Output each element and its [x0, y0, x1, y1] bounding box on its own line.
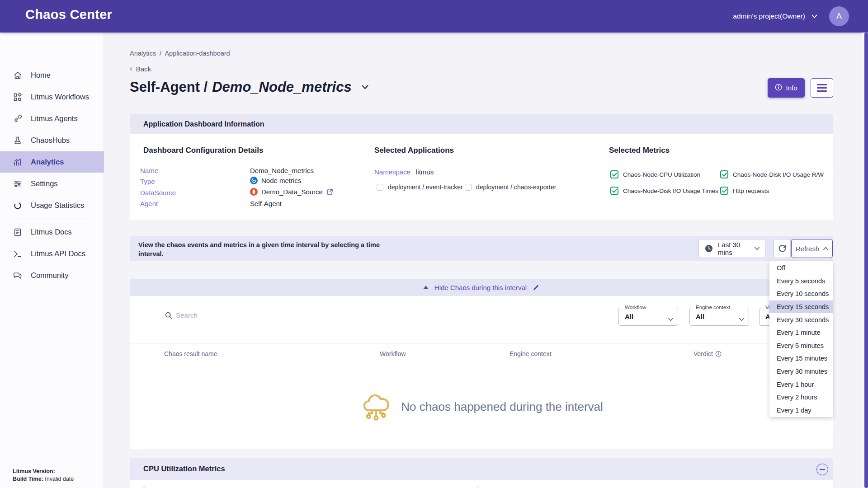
menu-item-every-1-day[interactable]: Every 1 day	[769, 404, 833, 417]
workflow-filter-label: Workflow	[623, 305, 648, 310]
refresh-now-button[interactable]	[774, 239, 791, 258]
verdict-info-icon[interactable]	[715, 351, 722, 357]
menu-item-every-1-minute[interactable]: Every 1 minute	[769, 326, 833, 339]
info-icon	[775, 84, 782, 92]
sidebar-item-settings[interactable]: Settings	[0, 173, 104, 194]
checkbox-disk-io-times[interactable]	[610, 187, 618, 195]
hamburger-icon	[817, 84, 827, 85]
external-link-icon[interactable]	[326, 188, 333, 195]
project-selector[interactable]: admin's project(Owner)	[733, 12, 805, 20]
search-input[interactable]	[176, 311, 226, 319]
sidebar-item-home[interactable]: Home	[0, 65, 104, 86]
sidebar-item-litmus-docs[interactable]: Litmus Docs	[0, 221, 104, 243]
config-name-label: Name	[140, 167, 158, 174]
menu-item-every-2-hours[interactable]: Every 2 hours	[769, 391, 833, 404]
cpu-metrics-panel: CPU Utilization Metrics	[130, 458, 833, 488]
column-verdict: Verdict	[693, 350, 722, 357]
breadcrumb-separator: /	[160, 50, 161, 57]
chevron-down-icon[interactable]	[811, 14, 817, 19]
checkbox-chaos-exporter[interactable]	[465, 184, 472, 191]
dashboard-info-title: Application Dashboard Information	[143, 120, 264, 128]
edit-pencil-icon[interactable]	[533, 284, 539, 291]
refresh-icon	[778, 244, 787, 253]
sidebar-item-chaoshubs[interactable]: ChaosHubs	[0, 130, 104, 151]
sidebar-item-analytics[interactable]: Analytics	[0, 151, 104, 173]
empty-state: No chaos happened during the interval	[130, 364, 833, 449]
app-header: Chaos Center admin's project(Owner) A	[0, 0, 868, 33]
engine-context-filter-value: All	[696, 313, 704, 320]
build-time-value: Invalid date	[45, 476, 74, 482]
selected-metrics-title: Selected Metrics	[609, 146, 670, 155]
config-type-value: Node metrics	[250, 177, 301, 184]
time-range-button[interactable]: Last 30 mins	[698, 239, 765, 258]
column-engine-context: Engine context	[509, 350, 552, 357]
sidebar: Home Litmus Workflows Litmus Agents Chao…	[0, 33, 104, 488]
menu-item-every-15-minutes[interactable]: Every 15 minutes	[769, 352, 833, 365]
menu-item-off[interactable]: Off	[769, 262, 833, 275]
sidebar-item-litmus-workflows[interactable]: Litmus Workflows	[0, 86, 104, 108]
config-agent-value: Self-Agent	[250, 200, 282, 207]
chevron-down-icon	[668, 315, 673, 323]
metrics-toolbar-stub	[142, 486, 480, 488]
checkbox-event-tracker-label: deployment / event-tracker	[388, 183, 463, 191]
agents-icon	[13, 114, 23, 124]
engine-context-filter-label: Engine context	[694, 305, 732, 310]
menu-item-every-1-hour[interactable]: Every 1 hour	[769, 378, 833, 391]
metric-disk-io-times-label: Chaos-Node-Disk I/O Usage Times	[623, 188, 718, 194]
time-range-label: Last 30 mins	[718, 241, 755, 256]
sidebar-item-community[interactable]: Community	[0, 265, 104, 286]
menu-item-every-30-minutes[interactable]: Every 30 minutes	[769, 365, 833, 378]
scrollbar-thumb[interactable]	[864, 33, 868, 488]
empty-message: No chaos happened during the interval	[401, 400, 603, 414]
checkbox-event-tracker[interactable]	[377, 184, 383, 191]
checkbox-disk-io-rw[interactable]	[720, 170, 728, 178]
menu-item-every-5-minutes[interactable]: Every 5 minutes	[769, 339, 833, 352]
chaoshubs-icon	[13, 136, 23, 145]
search-icon	[165, 312, 172, 319]
menu-item-every-30-seconds[interactable]: Every 30 seconds	[769, 313, 833, 326]
interval-description: View the chaos events and metrics in a g…	[138, 240, 380, 258]
column-workflow: Workflow	[380, 350, 406, 357]
info-button[interactable]: Info	[768, 78, 805, 98]
config-datasource-value: Demo_Data_Source	[250, 188, 333, 196]
table-header-row: Chaos result name Workflow Engine contex…	[130, 343, 833, 364]
back-button[interactable]: ‹ Back	[130, 64, 151, 73]
settings-icon	[13, 179, 23, 189]
checkbox-http-requests[interactable]	[720, 187, 728, 195]
dashboard-info-panel: Application Dashboard Information Dashbo…	[130, 114, 833, 220]
api-docs-icon	[13, 249, 23, 259]
checkbox-cpu-utilization[interactable]	[610, 170, 618, 178]
sidebar-item-usage-statistics[interactable]: Usage Statistics	[0, 195, 104, 216]
page-title-dashboard: Demo_Node_metrics	[212, 79, 351, 95]
sidebar-item-litmus-api-docs[interactable]: Litmus API Docs	[0, 243, 104, 264]
namespace-label: Namespace	[374, 168, 410, 176]
config-details-title: Dashboard Configuration Details	[143, 146, 263, 155]
hide-chaos-toggle[interactable]: Hide Chaos during this interval	[130, 279, 833, 296]
breadcrumb-analytics[interactable]: Analytics	[130, 50, 156, 57]
menu-item-every-5-seconds[interactable]: Every 5 seconds	[769, 275, 833, 288]
clock-icon	[705, 244, 713, 253]
collapse-section-button[interactable]	[816, 464, 828, 475]
engine-context-filter[interactable]: Engine context All	[689, 308, 749, 326]
dashboard-info-header: Application Dashboard Information	[130, 114, 833, 134]
metric-checkbox-row: Chaos-Node-CPU Utilization	[610, 170, 700, 178]
title-chevron-down-icon[interactable]	[362, 85, 368, 89]
chevron-down-icon	[739, 315, 744, 323]
application-checkbox-row: deployment / chaos-exporter	[465, 183, 556, 191]
usage-statistics-icon	[13, 201, 23, 211]
namespace-value: litmus	[416, 168, 434, 176]
refresh-interval-button[interactable]: Refresh	[791, 239, 833, 258]
home-icon	[13, 70, 23, 80]
config-name-value: Demo_Node_metrics	[250, 167, 314, 174]
workflow-filter[interactable]: Workflow All	[618, 308, 678, 326]
sidebar-item-litmus-agents[interactable]: Litmus Agents	[0, 108, 104, 129]
avatar[interactable]: A	[829, 6, 849, 26]
search-field	[165, 311, 228, 322]
column-chaos-result-name: Chaos result name	[164, 350, 217, 357]
menu-item-every-10-seconds[interactable]: Every 10 seconds	[769, 287, 833, 300]
community-icon	[13, 271, 23, 281]
menu-button[interactable]	[811, 78, 833, 98]
menu-item-every-15-seconds[interactable]: Every 15 seconds	[769, 300, 833, 314]
sidebar-divider	[10, 219, 94, 219]
breadcrumb-application-dashboard[interactable]: Application-dashboard	[165, 50, 230, 57]
